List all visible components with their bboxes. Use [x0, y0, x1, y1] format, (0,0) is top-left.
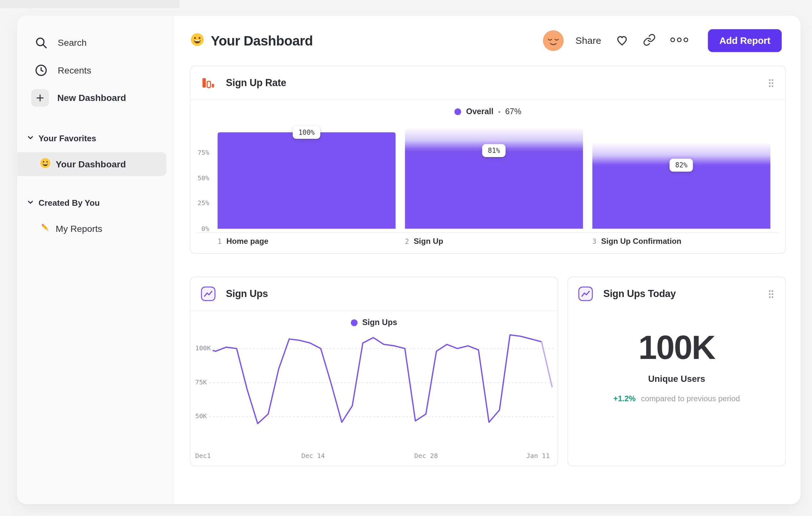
legend-dot [351, 319, 358, 326]
funnel-bar[interactable] [218, 132, 395, 229]
sidebar-item-search[interactable]: Search [17, 30, 173, 55]
dashboard-header: Your Dashboard Share [190, 16, 786, 65]
funnel-step-label: 2Sign Up [405, 236, 443, 245]
cards-row: Sign Ups Sign Ups 100K75K50KDec1Dec 14De… [190, 277, 786, 466]
sidebar-item-label: My Reports [56, 223, 103, 234]
sidebar-item-label: Recents [58, 65, 91, 76]
card-sign-up-rate: Sign Up Rate Overall • 67% [190, 66, 786, 254]
section-title: Your Favorites [39, 134, 96, 143]
ellipsis-icon [670, 36, 689, 45]
drag-handle-icon[interactable] [766, 76, 776, 89]
card-header: Sign Up Rate [191, 66, 785, 100]
heart-icon [615, 33, 629, 48]
line-chart: 100K75K50KDec1Dec 14Dec 28Jan 11 [191, 334, 557, 467]
chevron-down-icon [27, 134, 34, 143]
conversion-badge: 82% [670, 159, 693, 171]
dashboard-title-wrap: Your Dashboard [190, 32, 313, 49]
legend-dot [455, 108, 461, 115]
metric-label: Unique Users [568, 374, 785, 384]
user-avatar[interactable] [543, 30, 563, 51]
step-name: Sign Up Confirmation [601, 236, 681, 245]
x-axis-label: Dec1 [195, 452, 211, 460]
funnel-baseline [197, 232, 779, 233]
line-legend: Sign Ups [191, 311, 557, 334]
conversion-badge: 100% [293, 126, 320, 139]
sidebar-item-label: New Dashboard [57, 92, 126, 104]
line-chart-icon [200, 286, 216, 302]
card-sign-ups: Sign Ups Sign Ups 100K75K50KDec1Dec 14De… [190, 277, 558, 466]
line-chart-icon [577, 286, 594, 302]
dashboard-app: Search Recents New Dashboard [17, 16, 801, 504]
plus-icon [31, 89, 49, 107]
card-sign-ups-today: Sign Ups Today 100K Unique Users +1.2% [568, 277, 786, 466]
y-axis-label: 75K [195, 378, 208, 386]
funnel-step-label: 1Home page [218, 236, 268, 245]
section-created-by-you[interactable]: Created By You [17, 194, 173, 213]
funnel-bar[interactable] [592, 165, 770, 229]
legend-label: Overall [466, 107, 493, 116]
more-options-button[interactable] [670, 36, 689, 45]
page-title: Your Dashboard [211, 33, 313, 49]
funnel-step-label: 3Sign Up Confirmation [592, 236, 681, 245]
header-actions: Share [543, 29, 782, 52]
funnel-y-tick: 50% [191, 174, 209, 182]
card-title: Sign Ups Today [603, 288, 766, 300]
conversion-badge: 81% [482, 144, 505, 157]
favorite-heart-button[interactable] [615, 33, 629, 48]
add-report-button[interactable]: Add Report [708, 29, 782, 52]
created-by-you-section: Created By You My Reports [17, 194, 173, 241]
funnel-legend: Overall • 67% [191, 100, 785, 123]
funnel-bar[interactable] [405, 151, 583, 229]
search-icon [32, 36, 49, 49]
delta-text: compared to previous period [641, 394, 740, 403]
funnel-y-tick: 75% [191, 148, 209, 156]
line-chart-svg [191, 334, 558, 448]
step-number: 3 [592, 238, 597, 245]
y-axis-label: 100K [195, 344, 212, 352]
funnel-chart-icon [200, 75, 216, 91]
delta-value: +1.2% [613, 394, 636, 403]
sidebar-item-my-reports[interactable]: My Reports [17, 217, 173, 241]
clock-icon [32, 63, 49, 77]
y-axis-label: 50K [195, 412, 208, 420]
funnel-y-tick: 25% [191, 199, 209, 207]
sidebar-item-your-dashboard[interactable]: Your Dashboard [17, 152, 167, 176]
smiley-emoji-icon [40, 157, 51, 171]
card-header: Sign Ups [191, 277, 557, 311]
card-title: Sign Up Rate [226, 77, 766, 89]
card-header: Sign Ups Today [568, 277, 785, 310]
sidebar: Search Recents New Dashboard [17, 16, 173, 504]
x-axis-label: Jan 11 [526, 452, 550, 460]
step-number: 2 [405, 238, 409, 245]
section-your-favorites[interactable]: Your Favorites [17, 129, 173, 148]
copy-link-button[interactable] [643, 33, 656, 48]
smiley-emoji-icon [190, 32, 205, 49]
sidebar-item-new-dashboard[interactable]: New Dashboard [17, 85, 173, 111]
legend-label: Sign Ups [362, 318, 397, 327]
main-content: Your Dashboard Share [173, 16, 801, 504]
top-strip [0, 0, 179, 8]
signups-series-line [205, 335, 541, 424]
pencil-emoji-icon [40, 222, 51, 236]
x-axis-label: Dec 28 [414, 452, 438, 460]
legend-separator: • [498, 108, 500, 115]
step-name: Sign Up [414, 236, 443, 245]
signups-series-line-incomplete [542, 342, 552, 387]
chevron-down-icon [27, 198, 34, 208]
app-window: Search Recents New Dashboard [0, 0, 812, 516]
step-number: 1 [218, 238, 222, 245]
metric-value: 100K [568, 328, 785, 367]
share-button[interactable]: Share [576, 35, 601, 47]
card-title: Sign Ups [226, 288, 548, 300]
legend-value: 67% [505, 107, 521, 116]
x-axis-label: Dec 14 [301, 452, 325, 460]
link-icon [643, 33, 656, 48]
sidebar-item-label: Search [58, 37, 87, 48]
step-name: Home page [226, 236, 268, 245]
funnel-y-tick: 0% [191, 224, 209, 232]
section-title: Created By You [39, 198, 100, 208]
sidebar-item-recents[interactable]: Recents [17, 58, 173, 83]
metric-delta-row: +1.2% compared to previous period [568, 394, 785, 403]
drag-handle-icon[interactable] [766, 287, 776, 300]
funnel-chart: 75%50%25%0%100%1Home page81%2Sign Up82%3… [191, 123, 785, 254]
